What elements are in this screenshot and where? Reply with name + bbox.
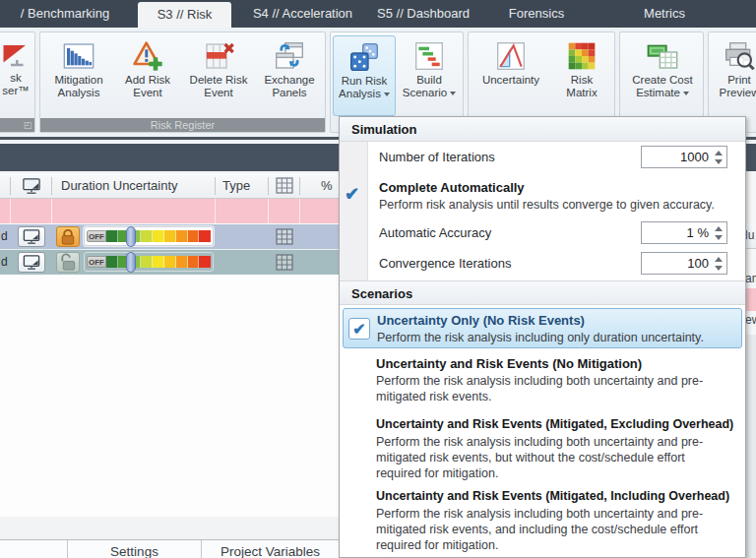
iterations-label: Number of Iterations <box>379 150 495 164</box>
run-risk-analysis-button[interactable]: Run Risk Analysis <box>333 35 396 116</box>
scenario-desc: Perform the risk analysis including only… <box>377 330 739 345</box>
menu-check-gutter <box>340 142 368 280</box>
risk-matrix-button[interactable]: Risk Matrix <box>552 35 611 116</box>
scenario-title: Uncertainty and Risk Events (Mitigated, … <box>376 417 733 431</box>
distribution-grid-icon[interactable] <box>276 228 293 245</box>
button-label: Build <box>416 74 442 86</box>
scenario-desc: Perform the risk analysis including both… <box>376 506 730 553</box>
button-label: Delete Risk <box>190 74 248 86</box>
delete-risk-event-icon <box>203 40 234 72</box>
app-window: / Benchmarking S3 // Risk S4 // Accelera… <box>0 0 756 558</box>
grid-column-icon[interactable] <box>276 177 293 194</box>
checkmark-icon: ✔ <box>345 183 359 205</box>
lock-closed-icon <box>57 227 79 246</box>
ribbon-group-clipped: sk ser™ ◰ <box>0 31 35 133</box>
scenario-desc: Perform the risk analysis including both… <box>376 434 730 481</box>
complete-automatically-option[interactable]: Complete Automatically <box>379 180 525 195</box>
slider-thumb[interactable] <box>126 226 136 247</box>
tab-forensics[interactable]: Forensics <box>492 0 581 28</box>
button-label: Risk <box>571 74 593 86</box>
risk-analyser-label-1: sk <box>10 72 22 84</box>
spinner-arrows-icon[interactable] <box>714 255 724 273</box>
print-preview-button[interactable]: Print Preview <box>713 35 756 116</box>
button-label: Scenario <box>403 87 447 98</box>
mitigation-analysis-button[interactable]: Mitigation Analysis <box>45 35 112 116</box>
monitor-icon <box>19 227 44 246</box>
lock-button[interactable] <box>56 252 80 273</box>
monitor-toggle-button[interactable] <box>18 226 45 247</box>
column-percent[interactable]: % <box>321 178 333 193</box>
delete-risk-event-button[interactable]: Delete Risk Event <box>184 35 253 116</box>
button-label: Create Cost <box>632 74 692 86</box>
dialog-launcher-icon[interactable]: ◰ <box>23 120 32 131</box>
risk-analyser-icon <box>1 40 31 70</box>
uncertainty-slider[interactable]: OFF <box>84 226 214 246</box>
column-duration-uncertainty[interactable]: Duration Uncertainty <box>61 178 178 193</box>
tab-settings[interactable]: Settings <box>67 540 202 558</box>
complete-automatically-desc: Perform risk analysis until results conv… <box>379 197 745 213</box>
uncertainty-slider[interactable]: OFF <box>84 252 214 272</box>
button-label: Matrix <box>566 87 597 98</box>
exchange-panels-button[interactable]: Exchange Panels <box>256 35 323 116</box>
tab-s3-risk[interactable]: S3 // Risk <box>138 2 231 28</box>
monitor-toggle-button[interactable] <box>18 252 45 273</box>
mitigation-analysis-icon <box>63 40 94 72</box>
build-scenario-button[interactable]: Build Scenario <box>398 35 461 116</box>
convergence-spinner[interactable]: 100 <box>641 252 727 275</box>
create-cost-estimate-icon <box>647 40 678 72</box>
button-label: Panels <box>272 87 306 98</box>
monitor-icon <box>19 253 44 272</box>
menu-section-simulation: Simulation <box>340 117 745 142</box>
uncertainty-button[interactable]: Uncertainty <box>472 35 550 116</box>
tab-benchmarking[interactable]: / Benchmarking <box>0 0 134 28</box>
scenario-uncertainty-only[interactable]: ✔ Uncertainty Only (No Risk Events) Perf… <box>343 308 742 348</box>
ribbon-group-footer-label: Risk Register <box>40 118 325 132</box>
build-scenario-icon <box>413 40 445 72</box>
slider-thumb[interactable] <box>126 252 136 273</box>
slider-off-label: OFF <box>87 256 106 268</box>
button-label: Event <box>133 87 161 98</box>
clipped-text: lu <box>745 228 754 242</box>
button-label: Run Risk <box>342 75 388 87</box>
button-label: Uncertainty <box>482 74 539 86</box>
row-text-fragment: d <box>1 255 8 269</box>
button-label: Analysis <box>58 87 100 98</box>
button-label: Analysis <box>339 88 381 99</box>
scenario-title: Uncertainty and Risk Events (Mitigated, … <box>376 489 729 503</box>
iterations-spinner[interactable]: 1000 <box>641 146 727 168</box>
risk-analyser-label-2: ser™ <box>2 85 29 96</box>
add-risk-event-button[interactable]: Add Risk Event <box>114 35 181 116</box>
create-cost-estimate-button[interactable]: Create Cost Estimate <box>624 35 701 116</box>
clipped-text: ew <box>745 313 756 327</box>
accuracy-label: Automatic Accuracy <box>379 225 491 240</box>
tab-s4-acceleration[interactable]: S4 // Acceleration <box>241 0 364 28</box>
monitor-column-icon[interactable] <box>22 177 41 195</box>
scenario-title: Uncertainty Only (No Risk Events) <box>377 313 585 328</box>
tab-s5-dashboard[interactable]: S5 // Dashboard <box>374 0 472 28</box>
row-text-fragment: d <box>1 229 8 243</box>
dropdown-arrow-icon <box>683 92 689 95</box>
lock-button[interactable] <box>56 226 80 247</box>
print-preview-icon <box>724 40 755 72</box>
uncertainty-icon <box>495 40 527 72</box>
dropdown-arrow-icon <box>384 93 390 96</box>
top-tab-bar: / Benchmarking S3 // Risk S4 // Accelera… <box>0 0 756 28</box>
risk-analyser-button[interactable]: sk ser™ <box>0 35 36 116</box>
ribbon-group-footer: ◰ <box>0 118 34 132</box>
dropdown-arrow-icon <box>450 92 456 95</box>
scenario-desc: Perform the risk analysis including both… <box>376 373 730 404</box>
lock-open-icon <box>57 253 79 272</box>
button-label: Add Risk <box>125 74 170 86</box>
accuracy-spinner[interactable]: 1 % <box>641 221 727 244</box>
spinner-arrows-icon[interactable] <box>714 149 724 166</box>
column-type[interactable]: Type <box>222 178 250 193</box>
tab-project-variables[interactable]: Project Variables <box>202 540 340 558</box>
accuracy-value: 1 % <box>687 225 709 240</box>
distribution-grid-icon[interactable] <box>276 254 293 271</box>
run-risk-analysis-menu: Simulation Number of Iterations 1000 ✔ C… <box>339 116 746 558</box>
tab-metrics[interactable]: Metrics <box>610 0 719 28</box>
button-label: Event <box>204 87 232 98</box>
spinner-arrows-icon[interactable] <box>714 224 724 242</box>
scenario-checkbox-checked[interactable]: ✔ <box>348 318 370 340</box>
add-risk-event-icon <box>132 40 163 72</box>
